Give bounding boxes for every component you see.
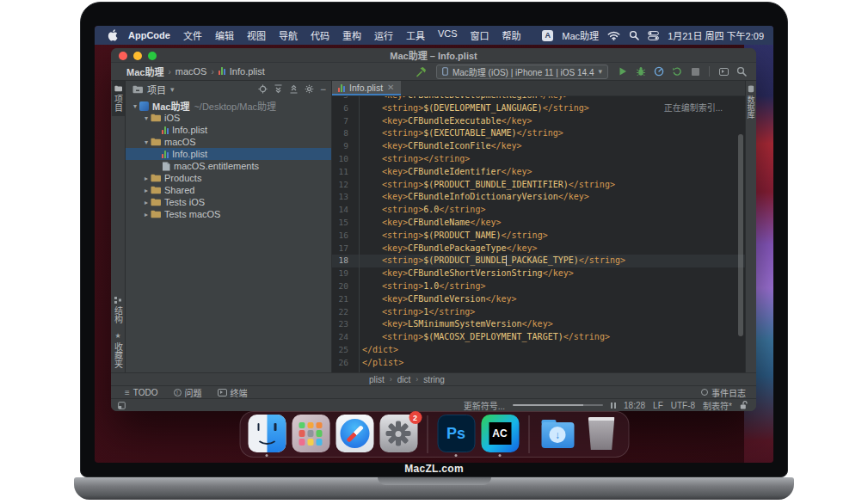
code-line-26[interactable]: 26</plist>	[332, 357, 745, 370]
lock-icon[interactable]	[740, 401, 748, 409]
breadcrumb-item-0[interactable]: Mac助理	[126, 65, 163, 78]
code-line-20[interactable]: 20<string>1.0</string>	[332, 280, 745, 293]
project-view-selector[interactable]: 项目	[147, 83, 166, 96]
code-line-22[interactable]: 22<string>1</string>	[332, 306, 745, 319]
code-line-23[interactable]: 23<key>LSMinimumSystemVersion</key>	[332, 318, 745, 331]
dock-item-finder[interactable]	[247, 413, 286, 456]
dock-item-downloads[interactable]: ↓	[538, 413, 577, 456]
pause-progress-icon[interactable]	[611, 403, 616, 409]
code-line-16[interactable]: 16<string>$(PRODUCT_NAME)</string>	[332, 230, 745, 243]
menubar-menu-8[interactable]: VCS	[438, 28, 458, 42]
menubar-menu-5[interactable]: 重构	[342, 28, 361, 42]
run-button[interactable]	[615, 65, 631, 78]
apple-menu-icon[interactable]	[108, 29, 118, 41]
tree-item-iOS[interactable]: ▾iOS	[126, 112, 331, 124]
code-line-19[interactable]: 19<key>CFBundleShortVersionString</key>	[332, 267, 745, 280]
code-line-7[interactable]: 7<key>CFBundleExecutable</key>	[332, 115, 745, 128]
tree-item-Products[interactable]: ▸Products	[126, 172, 331, 184]
tool-button-structure[interactable]: 结构	[112, 292, 125, 328]
menubar-menu-4[interactable]: 代码	[311, 28, 329, 42]
code-line-17[interactable]: 17<key>CFBundlePackageType</key>	[332, 243, 745, 255]
code-line-14[interactable]: 14<string>6.0</string>	[332, 204, 745, 217]
tree-chevron-icon[interactable]: ▸	[142, 187, 151, 194]
code-line-24[interactable]: 24<string>$(MACOSX_DEPLOYMENT_TARGET)</s…	[332, 331, 745, 344]
indent-widget[interactable]: 制表符*	[703, 399, 732, 412]
minimize-window-button[interactable]	[133, 52, 142, 60]
code-line-11[interactable]: 11<key>CFBundleIdentifier</key>	[332, 166, 745, 179]
editor-scrollbar[interactable]	[738, 134, 743, 336]
code-line-27[interactable]: 27	[332, 370, 745, 372]
tree-item-Info.plist[interactable]: Info.plist	[126, 124, 331, 136]
menubar-menu-2[interactable]: 视图	[247, 28, 266, 42]
tool-button-favorites[interactable]: ★ 收藏夹	[112, 328, 125, 372]
dock-item-launchpad[interactable]	[291, 413, 330, 456]
editor-breadcrumb-dict[interactable]: dict	[397, 375, 411, 384]
search-everywhere-icon[interactable]	[734, 65, 749, 78]
code-line-21[interactable]: 21<key>CFBundleVersion</key>	[332, 293, 745, 306]
caret-position-widget[interactable]: 18:28	[624, 401, 645, 410]
spotlight-search-icon[interactable]	[629, 30, 639, 40]
tree-item-Mac-[interactable]: ▾Mac助理~/Desktop/Mac助理	[126, 100, 331, 112]
menubar-menu-0[interactable]: 文件	[183, 28, 202, 42]
tool-window-toggle-icon[interactable]	[118, 402, 126, 409]
tree-chevron-icon[interactable]: ▸	[142, 199, 151, 206]
menubar-app-status[interactable]: Mac助理	[562, 28, 599, 42]
code-line-9[interactable]: 9<key>CFBundleIconFile</key>	[332, 140, 745, 153]
problems-tool-button[interactable]: ! 问题	[174, 386, 202, 399]
build-hammer-icon[interactable]	[414, 65, 429, 78]
dock-item-appcode[interactable]: AC	[480, 413, 520, 456]
tree-item-macOS.entitlements[interactable]: macOS.entitlements	[126, 160, 331, 172]
tab-info-plist[interactable]: Info.plist ✕	[332, 81, 401, 95]
tree-chevron-icon[interactable]: ▸	[142, 175, 151, 182]
editor-breadcrumb-string[interactable]: string	[423, 375, 444, 384]
tool-button-database[interactable]: 数据库	[746, 81, 757, 123]
tree-item-Shared[interactable]: ▸Shared	[126, 184, 331, 196]
code-line-13[interactable]: 13<key>CFBundleInfoDictionaryVersion</ke…	[332, 191, 745, 204]
locate-file-icon[interactable]	[258, 84, 268, 94]
coverage-button[interactable]	[669, 65, 685, 78]
input-method-icon[interactable]: A	[542, 30, 553, 41]
run-anything-icon[interactable]	[716, 65, 731, 78]
tree-chevron-icon[interactable]: ▸	[142, 211, 151, 218]
close-tab-icon[interactable]: ✕	[387, 83, 394, 92]
wifi-icon[interactable]	[607, 31, 620, 40]
tree-item-Tests-iOS[interactable]: ▸Tests iOS	[126, 196, 331, 208]
breadcrumb-item-2[interactable]: Info.plist	[230, 66, 265, 77]
dock-item-trash[interactable]	[582, 413, 621, 456]
menubar-menu-9[interactable]: 窗口	[471, 28, 489, 42]
code-line-25[interactable]: 25</dict>	[332, 344, 745, 357]
close-window-button[interactable]	[119, 52, 127, 60]
profile-button[interactable]	[651, 65, 667, 78]
code-line-8[interactable]: 8<string>$(EXECUTABLE_NAME)</string>	[332, 127, 745, 140]
todo-tool-button[interactable]: ≡ TODO	[125, 388, 158, 397]
control-center-icon[interactable]	[648, 31, 659, 40]
line-ending-widget[interactable]: LF	[653, 401, 663, 410]
dock-item-safari[interactable]	[335, 413, 374, 456]
dock-item-settings[interactable]: 2	[379, 413, 418, 456]
code-editor[interactable]: 5<key>CFBundleDevelopmentRegion</key>6<s…	[332, 96, 745, 372]
tree-item-Info.plist[interactable]: Info.plist	[126, 148, 331, 160]
tree-item-Tests-macOS[interactable]: ▸Tests macOS	[126, 208, 331, 220]
editor-breadcrumb-plist[interactable]: plist	[369, 375, 385, 384]
tree-item-macOS[interactable]: ▾macOS	[126, 136, 331, 148]
tree-chevron-icon[interactable]: ▾	[142, 114, 151, 122]
zoom-window-button[interactable]	[148, 52, 157, 60]
code-line-15[interactable]: 15<key>CFBundleName</key>	[332, 217, 745, 230]
dock-item-photoshop[interactable]: Ps	[436, 413, 476, 456]
menubar-clock[interactable]: 1月21日 周四 下午2:09	[668, 28, 764, 42]
tree-chevron-icon[interactable]: ▾	[131, 102, 139, 110]
menubar-menu-10[interactable]: 帮助	[502, 28, 521, 42]
gear-icon[interactable]	[305, 84, 314, 94]
code-line-12[interactable]: 12<string>$(PRODUCT_BUNDLE_IDENTIFIER)</…	[332, 179, 745, 192]
menubar-menu-6[interactable]: 运行	[374, 28, 393, 42]
code-line-10[interactable]: 10<string></string>	[332, 153, 745, 166]
collapse-all-icon[interactable]	[289, 84, 299, 94]
event-log-button[interactable]: 事件日志	[701, 386, 746, 399]
menubar-menu-1[interactable]: 编辑	[215, 28, 234, 42]
menubar-app-name[interactable]: AppCode	[128, 30, 170, 40]
breadcrumb-item-1[interactable]: macOS	[175, 66, 207, 77]
hide-panel-icon[interactable]: −	[320, 85, 326, 94]
debug-button[interactable]	[633, 65, 649, 78]
window-titlebar[interactable]: Mac助理 – Info.plist	[111, 48, 756, 63]
tree-chevron-icon[interactable]: ▾	[142, 138, 151, 146]
